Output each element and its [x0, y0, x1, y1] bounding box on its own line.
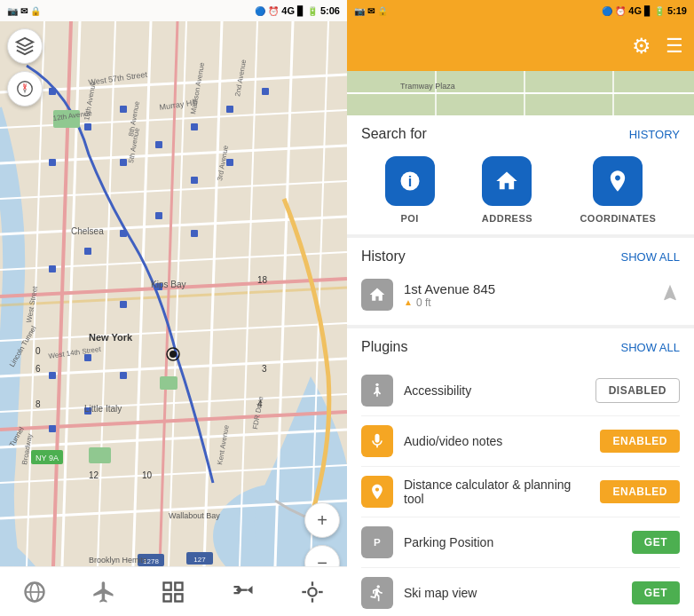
search-header: Search for HISTORY [361, 126, 680, 142]
ski-map-icon [361, 577, 393, 609]
map-preview: Tramway Plaza [347, 71, 694, 115]
svg-text:Brooklyn Hemits: Brooklyn Hemits [89, 556, 147, 565]
svg-text:10: 10 [142, 470, 153, 480]
history-nav-icon[interactable] [660, 283, 680, 307]
svg-text:6: 6 [35, 364, 41, 374]
history-link[interactable]: HISTORY [629, 128, 680, 141]
history-item[interactable]: 1st Avenue 845 ▲ 0 ft [361, 275, 680, 314]
ski-map-button[interactable]: GET [632, 581, 680, 604]
history-section: History SHOW ALL 1st Avenue 845 ▲ 0 ft [347, 238, 694, 325]
svg-rect-33 [120, 106, 127, 113]
poi-label: POI [400, 213, 418, 224]
svg-point-104 [308, 588, 316, 596]
map-controls-top-left: N [7, 28, 43, 107]
right-content: Search for HISTORY i POI ADDRESS [347, 115, 694, 616]
svg-rect-100 [176, 582, 183, 589]
svg-rect-32 [84, 123, 91, 130]
parking-icon: P [361, 526, 393, 558]
svg-text:Tramway Plaza: Tramway Plaza [400, 82, 455, 91]
layers-button[interactable] [7, 28, 43, 64]
svg-rect-99 [164, 582, 171, 589]
svg-rect-30 [89, 447, 111, 463]
audio-video-icon [361, 425, 393, 457]
svg-text:4: 4 [257, 399, 263, 409]
svg-rect-44 [191, 230, 198, 237]
plugins-header: Plugins SHOW ALL [361, 339, 680, 355]
search-section: Search for HISTORY i POI ADDRESS [347, 115, 694, 234]
plugins-show-all[interactable]: SHOW ALL [621, 341, 680, 354]
location-button[interactable] [291, 571, 334, 613]
route-button[interactable] [222, 571, 264, 613]
svg-text:18: 18 [257, 275, 268, 285]
globe-button[interactable] [13, 571, 56, 613]
svg-rect-40 [191, 177, 198, 184]
svg-text:0: 0 [35, 346, 41, 356]
audio-video-name: Audio/video notes [404, 434, 589, 448]
search-option-address[interactable]: ADDRESS [482, 156, 532, 224]
svg-rect-36 [226, 106, 233, 113]
svg-rect-38 [49, 159, 56, 166]
search-options: i POI ADDRESS COORDINATES [361, 156, 680, 224]
svg-rect-49 [49, 372, 56, 379]
accessibility-button[interactable]: DISABLED [595, 378, 680, 403]
time-right: 5:19 [667, 5, 687, 16]
distance-calc-icon [361, 476, 393, 508]
plugin-ski-map: Ski map view GET [361, 568, 680, 616]
plane-button[interactable] [83, 571, 125, 613]
svg-point-87 [170, 351, 177, 358]
distance-calc-name: Distance calculator & planning tool [404, 478, 589, 506]
plugin-audio-video: Audio/video notes ENABLED [361, 416, 680, 467]
settings-button[interactable]: ⚙ [632, 34, 651, 59]
menu-button[interactable]: ☰ [666, 35, 683, 58]
svg-rect-51 [120, 372, 127, 379]
history-title: History [361, 249, 406, 265]
poi-icon-circle: i [385, 156, 435, 206]
history-item-icon [361, 279, 393, 311]
map-bottom-bar [0, 566, 347, 616]
status-bar-left: 📷✉🔒 🔵⏰4G▊🔋 5:06 [0, 0, 347, 21]
top-bar: ⚙ ☰ [347, 21, 694, 71]
svg-rect-52 [49, 425, 56, 432]
search-option-coordinates[interactable]: COORDINATES [580, 156, 656, 224]
zoom-in-button[interactable]: + [304, 502, 340, 538]
svg-rect-45 [49, 265, 56, 272]
history-item-name: 1st Avenue 845 [404, 281, 650, 296]
grid-button[interactable] [152, 571, 194, 613]
svg-text:Little Italy: Little Italy [84, 404, 122, 414]
svg-text:3: 3 [262, 364, 267, 374]
svg-text:Wallabout Bay: Wallabout Bay [169, 511, 220, 520]
svg-rect-37 [262, 88, 269, 95]
address-icon-circle [482, 156, 532, 206]
svg-text:New York: New York [89, 332, 133, 343]
svg-rect-47 [120, 301, 127, 308]
audio-video-button[interactable]: ENABLED [600, 430, 680, 453]
svg-text:P: P [374, 536, 381, 548]
svg-rect-102 [176, 594, 183, 601]
search-label: Search for [361, 126, 427, 142]
svg-text:12: 12 [89, 470, 99, 480]
svg-point-117 [375, 383, 378, 386]
distance-calc-button[interactable]: ENABLED [600, 480, 680, 503]
status-bar-right: 📷✉🔒 🔵⏰4G▊🔋 5:19 [347, 0, 694, 21]
ski-map-name: Ski map view [404, 586, 621, 600]
parking-button[interactable]: GET [632, 531, 680, 554]
plugins-section: Plugins SHOW ALL Accessibility DISABLED … [347, 328, 694, 616]
plugin-parking: P Parking Position GET [361, 517, 680, 568]
accessibility-name: Accessibility [404, 383, 585, 398]
parking-name: Parking Position [404, 535, 621, 549]
right-panel: 📷✉🔒 🔵⏰4G▊🔋 5:19 ⚙ ☰ Tramway Plaza [347, 0, 694, 616]
svg-text:Kips Bay: Kips Bay [151, 280, 185, 289]
map-svg: West 57th Street 12th Avenue 10th Avenue… [0, 21, 347, 566]
compass-button[interactable]: N [7, 71, 43, 107]
history-show-all[interactable]: SHOW ALL [621, 250, 680, 264]
accessibility-icon [361, 375, 393, 407]
history-item-info: 1st Avenue 845 ▲ 0 ft [404, 281, 650, 309]
history-header: History SHOW ALL [361, 249, 680, 265]
address-label: ADDRESS [482, 213, 532, 224]
svg-marker-95 [23, 89, 27, 94]
svg-text:127: 127 [193, 556, 206, 564]
svg-text:NY 9A: NY 9A [35, 454, 59, 462]
coordinates-label: COORDINATES [580, 213, 656, 224]
svg-text:i: i [407, 173, 412, 189]
search-option-poi[interactable]: i POI [385, 156, 435, 224]
